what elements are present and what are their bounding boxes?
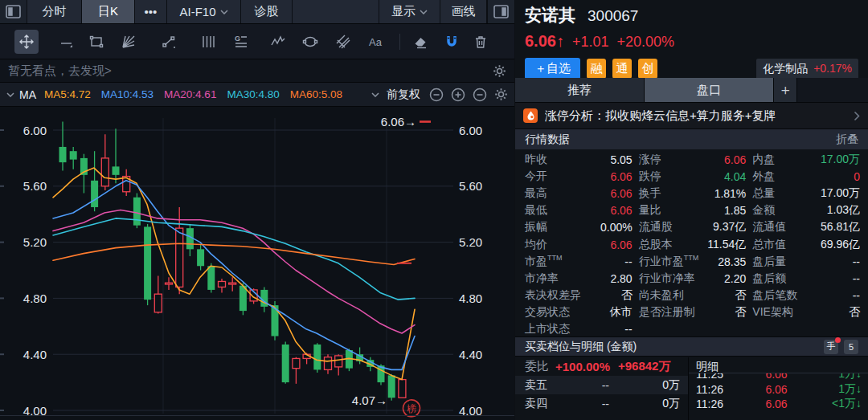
- tick-row[interactable]: 11:266.061万↓: [689, 382, 868, 398]
- quote-cell: 表决权差异否: [525, 287, 633, 304]
- detail-list[interactable]: 11:256.061万↓11:266.061万↓11:266.06<1万↓: [689, 373, 868, 419]
- panel-left-toggle-icon[interactable]: [0, 0, 27, 23]
- y-axis-label: 5.20: [459, 235, 482, 249]
- svg-text:Aa: Aa: [369, 36, 383, 48]
- quote-label: 尚未盈利: [639, 288, 684, 303]
- candle-up: [101, 158, 108, 186]
- low-price-label: 4.07→: [352, 393, 387, 407]
- tick-row[interactable]: 11:266.06<1万↓: [689, 397, 868, 412]
- level-count-badge[interactable]: 5: [844, 340, 858, 354]
- toolbar-item-draw[interactable]: 画线: [440, 0, 487, 23]
- quote-data-grid: 昨收5.05涨停6.06内盘17.00万今开6.06跌停4.04外盘0最高6.0…: [515, 149, 868, 338]
- quote-label: 振幅: [525, 220, 547, 234]
- tab-order-book[interactable]: 盘口: [645, 78, 774, 102]
- price-change: +1.01: [572, 34, 609, 51]
- quote-cell: 换手1.81%: [639, 185, 747, 202]
- y-axis-label: 4.40: [23, 348, 47, 361]
- candle-down: [388, 375, 395, 398]
- zoom-out-icon[interactable]: [429, 88, 444, 102]
- add-watchlist-button[interactable]: ＋自选: [525, 58, 580, 80]
- stock-app-window: 分时日K•••AI-F10诊股显示画线 G Aa 暂无看点，去发现>: [0, 0, 868, 420]
- quote-value: 0.00%: [600, 221, 633, 234]
- tick-row[interactable]: 11:256.061万↓: [689, 373, 868, 382]
- weibi-label: 委比: [525, 359, 549, 374]
- candle-up: [335, 356, 342, 367]
- gear-icon[interactable]: [493, 64, 506, 78]
- y-axis-label: 5.20: [23, 235, 47, 249]
- vertical-lines-tool[interactable]: [196, 30, 220, 54]
- chevron-down-icon[interactable]: [6, 92, 14, 97]
- quote-label: 涨停: [639, 153, 661, 167]
- quote-value: 1.81%: [714, 187, 747, 200]
- wave-tool[interactable]: [266, 30, 290, 54]
- y-axis-label: 4.80: [459, 292, 482, 305]
- collapse-icon[interactable]: [473, 88, 487, 102]
- quote-cell: 均价6.06: [525, 236, 633, 253]
- gann-fan-tool[interactable]: [117, 30, 141, 54]
- golden-section-tool[interactable]: G: [229, 30, 253, 54]
- quote-label: 最低: [525, 203, 547, 218]
- rectangle-tool[interactable]: [84, 30, 108, 54]
- quote-value: 休市: [610, 305, 633, 320]
- quote-cell: 流通股9.37亿: [639, 219, 747, 236]
- quote-label: 跌停: [639, 169, 661, 184]
- magnet-tool[interactable]: [440, 30, 464, 54]
- svg-text:榜: 榜: [405, 402, 417, 415]
- trendline-tool[interactable]: [55, 30, 79, 54]
- toolbar-separator: [399, 34, 400, 50]
- chinext-flag-badge[interactable]: 创: [638, 59, 657, 79]
- connect-flag-badge[interactable]: 通: [612, 59, 632, 79]
- segment-tool[interactable]: [157, 30, 181, 54]
- indicator-group-label[interactable]: MA: [19, 88, 36, 101]
- collapse-button[interactable]: 折叠: [836, 133, 858, 147]
- quote-label: 流通值: [752, 220, 786, 234]
- quote-value: --: [624, 323, 632, 336]
- ask-row-卖四[interactable]: 卖四--0万: [515, 394, 688, 413]
- chevron-down-icon[interactable]: [371, 92, 379, 97]
- chevron-down-icon: [220, 10, 228, 14]
- adjust-mode-label[interactable]: 前复权: [387, 88, 420, 102]
- candle-up: [219, 281, 226, 287]
- panel-right-toggle-icon[interactable]: [487, 0, 514, 23]
- quote-label: 交易状态: [525, 305, 570, 320]
- quote-value: 11.54亿: [707, 238, 746, 252]
- candle-down: [144, 226, 151, 300]
- quote-cell: 总市值69.96亿: [752, 236, 860, 253]
- trash-tool[interactable]: [469, 30, 493, 54]
- quote-label: 市盈TTM: [525, 254, 563, 269]
- toolbar-item-more[interactable]: •••: [135, 0, 167, 23]
- tab-recommend[interactable]: 推荐: [515, 78, 645, 102]
- quote-value: 1.85: [724, 204, 746, 217]
- add-tab-button[interactable]: ＋: [774, 78, 797, 102]
- quote-cell: 今开6.06: [525, 168, 633, 185]
- margin-flag-badge[interactable]: 融: [587, 59, 606, 79]
- toolbar-item-diagnose[interactable]: 诊股: [241, 0, 293, 23]
- quote-value: 6.06: [610, 187, 632, 200]
- ellipse-tool[interactable]: [298, 30, 322, 54]
- quote-label: 总量: [752, 186, 775, 201]
- text-tool[interactable]: Aa: [365, 30, 389, 54]
- limit-up-dash: [420, 120, 431, 123]
- quote-cell: 行业市净率2.20: [639, 270, 747, 287]
- quote-label: 金额: [752, 203, 775, 218]
- lot-unit-badge[interactable]: 手: [824, 340, 838, 354]
- toolbar-item-ai-f10[interactable]: AI-F10: [167, 0, 241, 23]
- pitchfork-tool[interactable]: [331, 30, 355, 54]
- limit-up-analysis-row[interactable]: 涨停分析：拟收购烽云信息+算力服务+复牌: [515, 103, 868, 129]
- quote-value: 0: [854, 170, 860, 183]
- quote-cell: 总股本11.54亿: [639, 236, 747, 253]
- zoom-in-icon[interactable]: [451, 88, 465, 102]
- quote-value: --: [853, 255, 860, 268]
- no-insight-link[interactable]: 暂无看点，去发现>: [8, 63, 493, 79]
- gear-icon[interactable]: [494, 88, 508, 101]
- chevron-right-icon: [854, 111, 860, 121]
- move-tool[interactable]: [14, 30, 39, 54]
- candlestick-chart[interactable]: 6.006.005.605.605.205.204.804.804.404.40…: [0, 107, 514, 420]
- ask-row-卖五[interactable]: 卖五--0万: [515, 376, 688, 394]
- toolbar-item-minute[interactable]: 分时: [27, 0, 82, 23]
- ma-line-ma20: [53, 210, 415, 334]
- toolbar-item-daily-k[interactable]: 日K: [82, 0, 135, 23]
- industry-chip[interactable]: 化学制品 +0.17%: [756, 59, 858, 80]
- toolbar-item-display[interactable]: 显示: [379, 0, 440, 23]
- eraser-tool[interactable]: [408, 30, 432, 54]
